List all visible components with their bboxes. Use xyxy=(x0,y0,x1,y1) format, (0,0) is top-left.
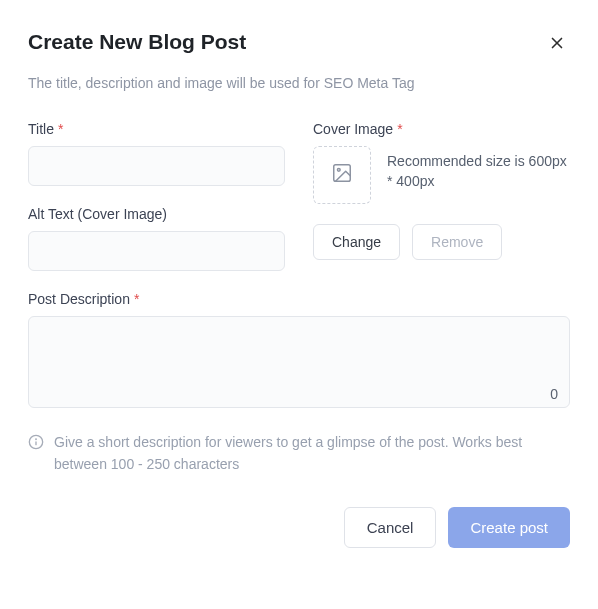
modal-header: Create New Blog Post xyxy=(28,30,570,59)
cancel-button[interactable]: Cancel xyxy=(344,507,437,548)
cover-section: Recommended size is 600px * 400px xyxy=(313,146,570,204)
required-asterisk: * xyxy=(134,291,139,307)
description-wrap: 0 xyxy=(28,316,570,412)
title-group: Title* xyxy=(28,121,285,186)
modal-subtitle: The title, description and image will be… xyxy=(28,75,570,91)
cover-image-label-text: Cover Image xyxy=(313,121,393,137)
description-label: Post Description* xyxy=(28,291,570,307)
title-input[interactable] xyxy=(28,146,285,186)
create-post-button[interactable]: Create post xyxy=(448,507,570,548)
change-cover-button[interactable]: Change xyxy=(313,224,400,260)
image-icon xyxy=(331,162,353,188)
description-hint: Give a short description for viewers to … xyxy=(54,432,570,475)
svg-point-3 xyxy=(337,168,340,171)
alt-text-label: Alt Text (Cover Image) xyxy=(28,206,285,222)
cover-image-hint: Recommended size is 600px * 400px xyxy=(387,146,570,192)
title-label: Title* xyxy=(28,121,285,137)
required-asterisk: * xyxy=(397,121,402,137)
modal-footer: Cancel Create post xyxy=(28,507,570,548)
description-textarea[interactable] xyxy=(28,316,570,408)
alt-text-input[interactable] xyxy=(28,231,285,271)
cover-buttons: Change Remove xyxy=(313,224,570,260)
title-label-text: Title xyxy=(28,121,54,137)
description-group: Post Description* 0 xyxy=(28,291,570,412)
cover-image-label: Cover Image* xyxy=(313,121,570,137)
cover-image-placeholder[interactable] xyxy=(313,146,371,204)
close-button[interactable] xyxy=(544,30,570,59)
description-hint-row: Give a short description for viewers to … xyxy=(28,432,570,475)
cover-image-group: Cover Image* Recommended size is 600px *… xyxy=(313,121,570,260)
description-label-text: Post Description xyxy=(28,291,130,307)
create-blog-post-modal: Create New Blog Post The title, descript… xyxy=(0,0,598,609)
svg-point-6 xyxy=(36,439,37,440)
info-icon xyxy=(28,434,44,454)
alt-text-group: Alt Text (Cover Image) xyxy=(28,206,285,271)
remove-cover-button[interactable]: Remove xyxy=(412,224,502,260)
modal-title: Create New Blog Post xyxy=(28,30,246,54)
form-row-top: Title* Alt Text (Cover Image) Cover Imag… xyxy=(28,121,570,291)
required-asterisk: * xyxy=(58,121,63,137)
close-icon xyxy=(548,34,566,55)
char-count: 0 xyxy=(550,386,558,402)
